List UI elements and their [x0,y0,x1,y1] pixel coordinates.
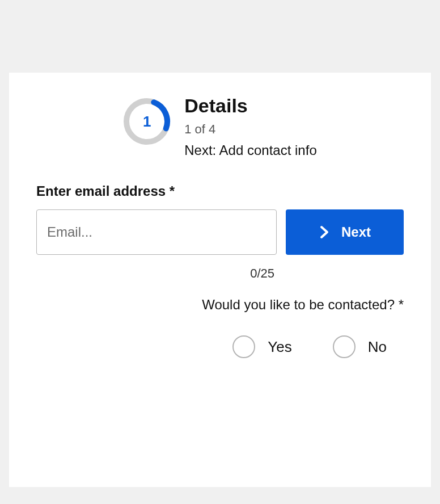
required-asterisk: * [395,297,404,312]
email-field-block: Enter email address * Next 0/25 [9,163,431,281]
contact-radio-group: Yes No [36,335,404,358]
email-char-counter: 0/25 [36,266,404,281]
stepper-next-name: Add contact info [219,142,317,158]
next-button[interactable]: Next [286,209,404,255]
stepper-header: 1 Details 1 of 4 Next: Add contact info [9,73,431,163]
stepper-next-prefix: Next: [184,142,219,158]
contact-question-block: Would you like to be contacted? * Yes No [9,281,431,358]
email-label-text: Enter email address [36,183,166,199]
next-button-label: Next [341,224,371,240]
radio-no[interactable] [333,335,356,358]
stepper-step-counter: 1 of 4 [184,122,316,137]
radio-yes[interactable] [232,335,255,358]
email-field-row: Next [36,209,404,255]
stepper-text: Details 1 of 4 Next: Add contact info [184,95,316,158]
contact-question-text: Would you like to be contacted? [202,297,395,312]
contact-option-yes: Yes [232,335,291,358]
stepper-next-label: Next: Add contact info [184,142,316,158]
contact-question-label: Would you like to be contacted? * [36,297,404,313]
email-input[interactable] [36,209,277,255]
stepper-title: Details [184,95,316,116]
required-asterisk: * [166,183,175,199]
radio-yes-label[interactable]: Yes [268,338,291,356]
contact-option-no: No [333,335,387,358]
form-card: 1 Details 1 of 4 Next: Add contact info … [9,73,431,487]
radio-no-label[interactable]: No [368,338,387,356]
step-progress-ring-icon: 1 [123,98,171,145]
email-field-label: Enter email address * [36,183,175,199]
chevron-right-icon [319,225,330,239]
step-number: 1 [123,98,171,145]
